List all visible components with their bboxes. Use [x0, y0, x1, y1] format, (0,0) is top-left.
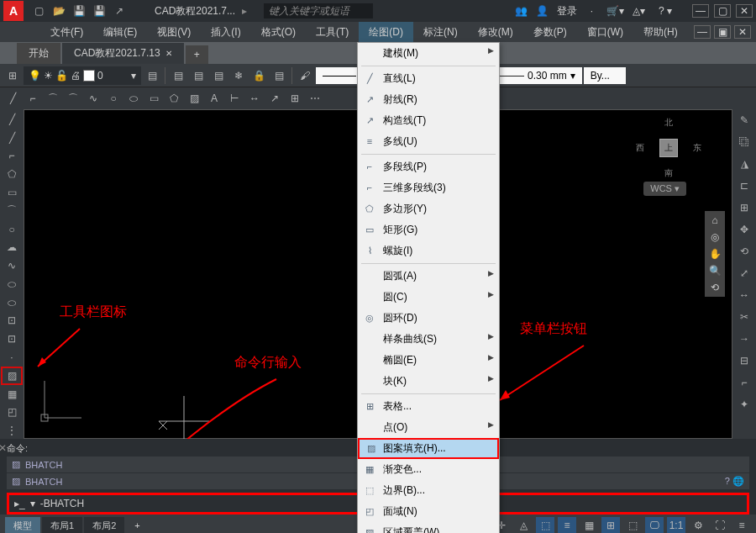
layers-icon[interactable]: ▤	[143, 66, 161, 85]
poly-icon[interactable]: ⬠	[165, 89, 183, 108]
dd-region[interactable]: ◰面域(N)	[358, 501, 499, 522]
block2-tool-icon[interactable]: ⊡	[2, 330, 22, 347]
more-icon[interactable]: ⋯	[306, 89, 324, 108]
circle-icon[interactable]: ○	[104, 89, 123, 108]
dd-block[interactable]: 块(K)▶	[358, 371, 499, 392]
share-icon[interactable]: ↗	[112, 3, 127, 18]
new-icon[interactable]: ▢	[31, 3, 46, 18]
offset-icon[interactable]: ⊏	[734, 177, 754, 195]
dd-hatch[interactable]: ▨图案填充(H)...	[358, 438, 499, 459]
toggle-icon[interactable]: ⊞	[3, 66, 22, 85]
customize-icon[interactable]: ≡	[732, 517, 751, 533]
ellipse-icon[interactable]: ⬭	[124, 89, 143, 108]
dd-boundary[interactable]: ⬚边界(B)...	[358, 480, 499, 501]
line-icon[interactable]: ╱	[3, 89, 22, 108]
transparency-icon[interactable]: ▦	[580, 517, 598, 533]
help-icon[interactable]: ? 🌐	[725, 476, 744, 487]
menu-params[interactable]: 参数(P)	[523, 22, 577, 43]
help-icon[interactable]: ? ▾	[659, 5, 672, 17]
dd-point[interactable]: 点(O)▶	[358, 417, 499, 438]
table-icon[interactable]: ⊞	[286, 89, 304, 108]
dd-modeling[interactable]: 建模(M)▶	[358, 43, 499, 64]
login-icon[interactable]: 👤	[536, 5, 549, 17]
layer-iso-icon[interactable]: ▤	[189, 66, 207, 85]
dd-circle[interactable]: 圆(C)▶	[358, 287, 499, 308]
menu-file[interactable]: 文件(F)	[40, 22, 93, 43]
menu-help[interactable]: 帮助(H)	[633, 22, 688, 43]
save-icon[interactable]: 💾	[71, 3, 87, 18]
doc-minimize-button[interactable]: —	[694, 25, 711, 39]
hatch2-icon[interactable]: ▨	[185, 89, 203, 108]
cmd-close-icon[interactable]: ✕	[0, 442, 7, 454]
rotate-icon[interactable]: ⟲	[734, 242, 754, 261]
ellipse-tool-icon[interactable]: ⬭	[2, 276, 22, 293]
dd-spline[interactable]: 样条曲线(S)▶	[358, 329, 499, 350]
rect-icon[interactable]: ▭	[144, 89, 163, 108]
extend-icon[interactable]: →	[734, 330, 754, 348]
layer-dropdown[interactable]: 💡 ☀ 🔓 🖨 0 ▾	[24, 66, 141, 85]
menu-draw[interactable]: 绘图(D)	[359, 22, 413, 43]
dd-ray[interactable]: ↗射线(R)	[358, 89, 499, 110]
dd-gradient[interactable]: ▦渐变色...	[358, 459, 499, 480]
layer-off-icon[interactable]: ▤	[209, 66, 228, 85]
gradient-tool-icon[interactable]: ▦	[2, 386, 22, 403]
polyline-icon[interactable]: ⌐	[24, 89, 42, 108]
match-props-icon[interactable]: 🖌	[296, 66, 314, 85]
minimize-button[interactable]: —	[692, 4, 709, 18]
tab-model[interactable]: 模型	[5, 517, 40, 534]
zoom-icon[interactable]: 🔍	[706, 265, 723, 277]
point-tool-icon[interactable]: ·	[2, 349, 22, 366]
revcloud-tool-icon[interactable]: ☁	[2, 239, 22, 256]
color-dropdown[interactable]: By...	[584, 67, 626, 84]
hatch-tool-icon[interactable]: ▨	[2, 367, 22, 384]
xline-tool-icon[interactable]: ╱	[2, 129, 22, 146]
open-icon[interactable]: 📂	[51, 3, 66, 18]
orbit-icon[interactable]: ⟲	[706, 282, 723, 293]
home-icon[interactable]: ⌂	[706, 214, 723, 226]
osnap-icon[interactable]: ⬚	[536, 517, 554, 533]
stretch-icon[interactable]: ↔	[734, 286, 754, 304]
dd-table[interactable]: ⊞表格...	[358, 396, 499, 417]
arc-tool-icon[interactable]: ⌒	[2, 203, 22, 219]
dd-arc[interactable]: 圆弧(A)▶	[358, 266, 499, 287]
close-button[interactable]: ✕	[736, 4, 753, 18]
curve-icon[interactable]: ∿	[84, 89, 102, 108]
text-icon[interactable]: A	[205, 89, 223, 108]
layer-lock-icon[interactable]: 🔒	[249, 66, 268, 85]
polygon-tool-icon[interactable]: ⬠	[2, 166, 22, 182]
layer-states-icon[interactable]: ▤	[169, 66, 187, 85]
trim-icon[interactable]: ✂	[734, 308, 754, 326]
gear-icon[interactable]: ⚙	[689, 517, 707, 533]
dim2-icon[interactable]: ↔	[245, 89, 264, 108]
arc2-icon[interactable]: ⌒	[64, 89, 82, 108]
erase-icon[interactable]: ✎	[734, 111, 754, 129]
spline-tool-icon[interactable]: ∿	[2, 257, 22, 274]
lineweight-toggle-icon[interactable]: ≡	[558, 517, 576, 533]
menu-window[interactable]: 窗口(W)	[577, 22, 633, 43]
dd-wipeout[interactable]: ▨区域覆盖(W)	[358, 522, 499, 533]
dd-pline3d[interactable]: ⌐三维多段线(3)	[358, 177, 499, 198]
lineweight-dropdown[interactable]: ———0.30 mm▾	[487, 67, 582, 84]
close-icon[interactable]: ✕	[165, 49, 172, 58]
fillet-icon[interactable]: ⌐	[734, 373, 754, 392]
cart-icon[interactable]: 🛒▾	[606, 5, 624, 17]
network-icon[interactable]: 👥	[515, 5, 528, 17]
arc-icon[interactable]: ⌒	[44, 89, 62, 108]
move-icon[interactable]: ✥	[734, 220, 754, 239]
layer-match-icon[interactable]: ▤	[270, 66, 288, 85]
region-tool-icon[interactable]: ◰	[2, 404, 22, 421]
menu-format[interactable]: 格式(O)	[251, 22, 306, 43]
dd-line[interactable]: ╱直线(L)	[358, 68, 499, 89]
maximize-button[interactable]: ▢	[714, 4, 731, 18]
menu-edit[interactable]: 编辑(E)	[93, 22, 147, 43]
doc-close-button[interactable]: ✕	[734, 25, 751, 39]
dd-pline[interactable]: ⌐多段线(P)	[358, 156, 499, 177]
dd-rectangle[interactable]: ▭矩形(G)	[358, 219, 499, 240]
rect-tool-icon[interactable]: ▭	[2, 184, 22, 201]
dd-polygon[interactable]: ⬠多边形(Y)	[358, 198, 499, 219]
circle-tool-icon[interactable]: ○	[2, 221, 22, 238]
tab-start[interactable]: 开始	[17, 43, 60, 64]
fullscreen-icon[interactable]: ⛶	[711, 517, 729, 533]
view-cube[interactable]: 北 南 西 东 上	[639, 119, 698, 177]
dd-mline[interactable]: ≡多线(U)	[358, 131, 499, 152]
